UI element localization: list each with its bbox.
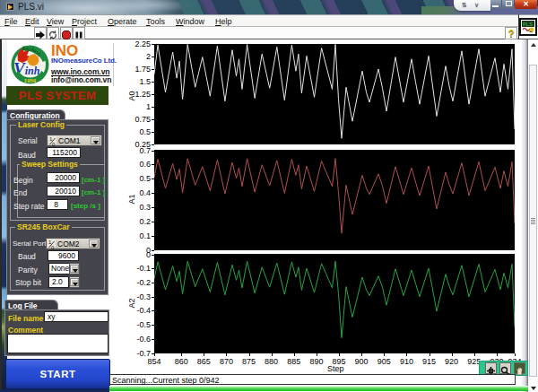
svg-text:1959: 1959 (24, 78, 37, 83)
svg-text:0: 0 (52, 142, 56, 147)
svg-text:0: 0 (51, 245, 55, 250)
svg-text:PLS: PLS (523, 22, 533, 28)
